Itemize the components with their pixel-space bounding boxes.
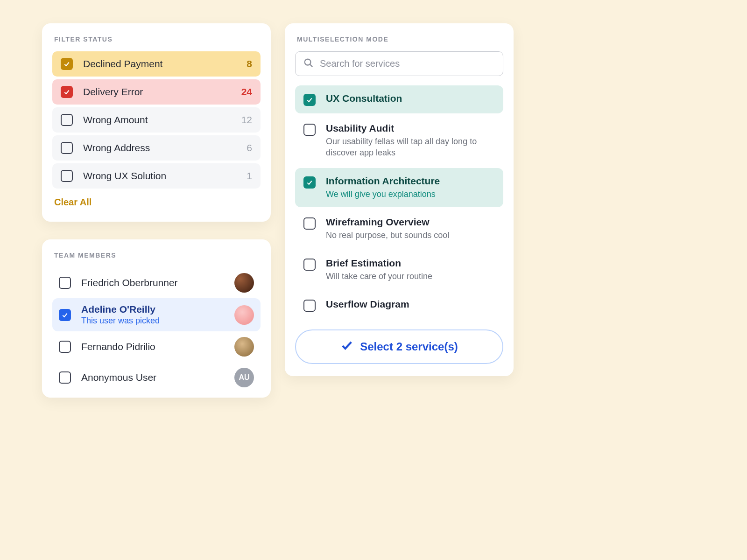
service-title: Brief Estimation (326, 258, 432, 269)
clear-all-link[interactable]: Clear All (52, 189, 93, 210)
checkbox-checked-icon[interactable] (303, 94, 316, 106)
svg-point-0 (305, 59, 311, 65)
filter-item-delivery-error[interactable]: Delivery Error 24 (52, 79, 261, 105)
team-members-card: TEAM MEMBERS Friedrich Oberbrunner Adeli… (42, 239, 271, 398)
search-input[interactable] (320, 58, 495, 69)
filter-item-label: Declined Payment (83, 58, 162, 70)
filter-item-label: Delivery Error (83, 86, 143, 98)
service-description: No real purpose, but sounds cool (326, 230, 449, 241)
member-name: Friedrich Oberbrunner (81, 277, 178, 288)
checkbox-unchecked-icon[interactable] (59, 277, 71, 289)
member-item-fernando[interactable]: Fernando Pidrilio (52, 331, 261, 362)
checkbox-unchecked-icon[interactable] (303, 217, 316, 230)
avatar-initials: AU (234, 368, 254, 387)
checkbox-checked-icon[interactable] (59, 309, 71, 321)
filter-status-list: Declined Payment 8 Delivery Error 24 Wro… (52, 51, 261, 189)
avatar (234, 273, 254, 293)
filter-item-wrong-ux-solution[interactable]: Wrong UX Solution 1 (52, 163, 261, 189)
team-members-list: Friedrich Oberbrunner Adeline O'Reilly T… (52, 267, 261, 393)
filter-item-count: 6 (247, 142, 252, 154)
checkbox-checked-icon[interactable] (61, 86, 73, 98)
service-description: Will take care of your routine (326, 271, 432, 282)
member-item-anonymous[interactable]: Anonymous User AU (52, 362, 261, 393)
svg-line-1 (310, 64, 312, 67)
service-item-usability-audit[interactable]: Usability Audit Our usability fellas wil… (295, 115, 503, 166)
member-item-friedrich[interactable]: Friedrich Oberbrunner (52, 267, 261, 298)
avatar (234, 337, 254, 357)
filter-item-count: 24 (241, 86, 252, 98)
checkbox-unchecked-icon[interactable] (61, 142, 73, 154)
checkbox-unchecked-icon[interactable] (61, 114, 73, 126)
checkbox-checked-icon[interactable] (61, 58, 73, 70)
member-name: Adeline O'Reilly (81, 304, 160, 315)
avatar (234, 305, 254, 325)
service-list: UX Consultation Usability Audit Our usab… (295, 85, 503, 319)
service-title: Usability Audit (326, 123, 495, 134)
team-members-heading: TEAM MEMBERS (52, 252, 261, 259)
checkbox-unchecked-icon[interactable] (59, 341, 71, 353)
service-title: Information Architecture (326, 175, 440, 187)
service-title: Userflow Diagram (326, 299, 409, 310)
filter-item-count: 1 (247, 170, 252, 182)
service-title: UX Consultation (326, 93, 402, 104)
checkbox-unchecked-icon[interactable] (61, 170, 73, 182)
service-item-ux-consultation[interactable]: UX Consultation (295, 85, 503, 113)
filter-item-count: 12 (241, 114, 252, 126)
member-subtitle: This user was picked (81, 316, 160, 326)
select-services-button[interactable]: Select 2 service(s) (295, 329, 503, 364)
checkbox-unchecked-icon[interactable] (303, 259, 316, 271)
service-item-wireframing-overview[interactable]: Wireframing Overview No real purpose, bu… (295, 209, 503, 248)
filter-item-label: Wrong Address (83, 142, 150, 154)
service-item-brief-estimation[interactable]: Brief Estimation Will take care of your … (295, 250, 503, 289)
service-description: We will give you explanations (326, 189, 440, 200)
services-card: MULTISELECTION MODE UX Consultation Usab… (285, 23, 514, 376)
search-box[interactable] (295, 51, 503, 76)
checkbox-checked-icon[interactable] (303, 176, 316, 189)
member-item-adeline[interactable]: Adeline O'Reilly This user was picked (52, 298, 261, 331)
filter-status-heading: FILTER STATUS (52, 35, 261, 43)
service-item-information-architecture[interactable]: Information Architecture We will give yo… (295, 168, 503, 207)
service-item-userflow-diagram[interactable]: Userflow Diagram (295, 291, 503, 319)
member-name: Fernando Pidrilio (81, 341, 155, 352)
service-description: Our usability fellas will tap all day lo… (326, 136, 495, 159)
checkbox-unchecked-icon[interactable] (303, 300, 316, 312)
filter-item-label: Wrong Amount (83, 114, 148, 126)
member-name: Anonymous User (81, 372, 156, 383)
services-heading: MULTISELECTION MODE (295, 35, 503, 43)
filter-status-card: FILTER STATUS Declined Payment 8 Deliver… (42, 23, 271, 222)
checkbox-unchecked-icon[interactable] (303, 124, 316, 136)
filter-item-declined-payment[interactable]: Declined Payment 8 (52, 51, 261, 77)
filter-item-label: Wrong UX Solution (83, 170, 166, 182)
filter-item-count: 8 (247, 58, 252, 70)
search-icon (303, 57, 320, 70)
select-services-label: Select 2 service(s) (360, 340, 458, 353)
service-title: Wireframing Overview (326, 217, 449, 228)
filter-item-wrong-amount[interactable]: Wrong Amount 12 (52, 107, 261, 133)
checkbox-unchecked-icon[interactable] (59, 371, 71, 384)
filter-item-wrong-address[interactable]: Wrong Address 6 (52, 135, 261, 161)
check-icon (340, 339, 353, 355)
